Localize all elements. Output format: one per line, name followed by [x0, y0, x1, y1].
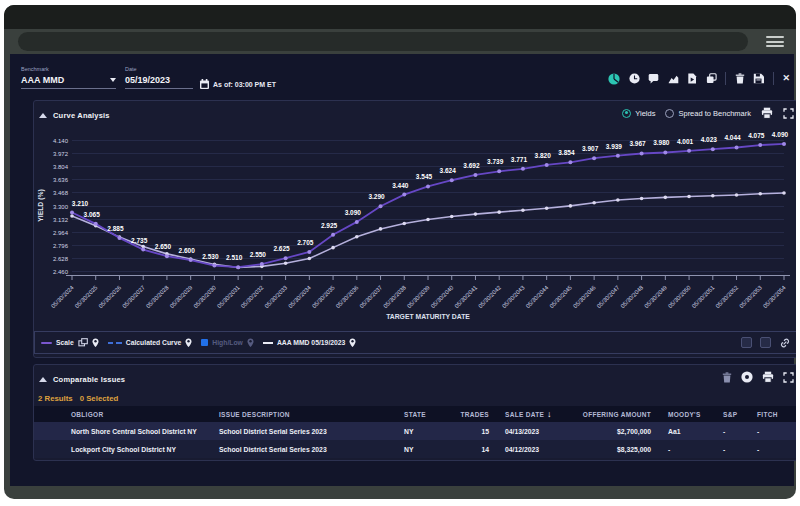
marker-cell [34, 428, 64, 435]
svg-text:05/30/2035: 05/30/2035 [311, 284, 336, 309]
map-pin-icon[interactable] [349, 338, 356, 348]
address-bar[interactable] [18, 32, 748, 51]
svg-text:05/30/2033: 05/30/2033 [264, 284, 289, 309]
pie-chart-icon[interactable] [608, 73, 620, 85]
trash-icon[interactable] [722, 372, 732, 383]
print-icon[interactable] [762, 371, 774, 383]
expand-icon[interactable] [783, 108, 794, 119]
svg-text:3.972: 3.972 [53, 151, 69, 157]
col-fitch[interactable]: FITCH [757, 411, 796, 418]
col-obligor[interactable]: OBLIGOR [64, 411, 219, 418]
export-file-icon[interactable] [687, 73, 697, 84]
spread-radio[interactable]: Spread to Benchmark [665, 109, 751, 118]
yields-radio[interactable]: Yields [622, 109, 655, 118]
comment-icon[interactable] [648, 73, 659, 84]
sort-desc-icon[interactable]: ↓ [547, 409, 552, 419]
app-content: Benchmark AAA MMD Date 05/19/2023 As of:… [10, 54, 794, 486]
svg-text:05/30/2041: 05/30/2041 [453, 284, 478, 309]
save-icon[interactable] [753, 73, 764, 84]
fitch-cell: - [757, 428, 796, 435]
benchmark-field[interactable]: Benchmark AAA MMD [21, 66, 116, 89]
issues-panel-title: Comparable Issues [53, 375, 125, 384]
x-axis-title: TARGET MATURITY DATE [386, 313, 470, 320]
col-moodys[interactable]: MOODY'S [651, 411, 723, 418]
divider [725, 72, 726, 85]
svg-text:05/30/2036: 05/30/2036 [335, 284, 360, 309]
data-label: 3.980 [653, 139, 670, 146]
col-offering-amount[interactable]: OFFERING AMOUNT [569, 411, 651, 418]
menu-icon[interactable] [766, 36, 784, 47]
svg-text:05/30/2039: 05/30/2039 [406, 284, 431, 309]
table-row[interactable]: North Shore Central School District NYSc… [34, 422, 796, 440]
obligor-cell: Lockport City School District NY [64, 446, 219, 453]
clock-icon[interactable] [629, 73, 640, 84]
date-field[interactable]: Date 05/19/2023 [125, 66, 193, 89]
close-icon[interactable]: ✕ [782, 73, 790, 84]
col-sp[interactable]: S&P [723, 411, 757, 418]
svg-text:3.804: 3.804 [53, 164, 69, 170]
data-label: 3.771 [511, 156, 528, 163]
legend-benchmark[interactable]: AAA MMD 05/19/2023 [263, 338, 357, 348]
data-label: 2.530 [202, 253, 219, 260]
windows-icon[interactable] [78, 338, 88, 347]
svg-text:05/30/2034: 05/30/2034 [287, 284, 312, 309]
map-pin-icon[interactable] [92, 338, 99, 348]
data-label: 2.625 [273, 245, 290, 252]
col-state[interactable]: STATE [404, 411, 452, 418]
data-label: 3.624 [440, 167, 457, 174]
svg-text:05/30/2031: 05/30/2031 [216, 284, 241, 309]
data-label: 2.925 [321, 222, 338, 229]
map-pin-icon[interactable] [247, 338, 254, 348]
chart-icon[interactable] [668, 73, 679, 84]
col-issue-description[interactable]: ISSUE DESCRIPTION [219, 411, 404, 418]
svg-text:05/30/2050: 05/30/2050 [667, 284, 692, 309]
moodys-cell: - [651, 446, 723, 453]
data-label: 3.692 [463, 162, 480, 169]
svg-text:05/30/2049: 05/30/2049 [643, 284, 668, 309]
marker-cell [34, 446, 64, 453]
print-icon[interactable] [761, 107, 773, 119]
amount-cell: $8,325,000 [569, 446, 651, 453]
legend-scale[interactable]: Scale [41, 338, 99, 348]
collapse-icon[interactable] [39, 377, 47, 382]
data-label: 2.550 [250, 251, 267, 258]
calculated-swatch [108, 342, 122, 344]
legend-calculated-curve[interactable]: Calculated Curve [108, 338, 193, 348]
record-circle-icon[interactable] [741, 371, 753, 383]
date-value: 05/19/2023 [125, 75, 170, 85]
svg-text:05/30/2045: 05/30/2045 [548, 284, 573, 309]
moodys-cell: Aa1 [651, 428, 723, 435]
svg-text:05/30/2048: 05/30/2048 [620, 284, 645, 309]
col-trades[interactable]: TRADES [452, 411, 489, 418]
issues-table: OBLIGOR ISSUE DESCRIPTION STATE TRADES S… [34, 406, 796, 458]
toolbar-icon-strip: ✕ [608, 72, 790, 85]
table-row[interactable]: Lockport City School District NYSchool D… [34, 440, 796, 458]
sale-date-cell: 04/12/2023 [489, 446, 569, 453]
x-axis: 05/30/202405/30/202505/30/202605/30/2027… [50, 276, 790, 310]
issue-cell: School District Serial Series 2023 [219, 446, 404, 453]
as-of-timestamp: As of: 03:00 PM ET [199, 78, 276, 90]
data-label: 3.820 [535, 152, 552, 159]
fitch-cell: - [757, 446, 796, 453]
link-icon[interactable] [779, 337, 791, 349]
data-label: 3.545 [416, 173, 433, 180]
svg-text:05/30/2030: 05/30/2030 [192, 284, 217, 309]
data-label: 3.290 [368, 193, 385, 200]
svg-text:05/30/2054: 05/30/2054 [762, 284, 787, 309]
copy-icon[interactable] [706, 73, 717, 84]
svg-text:3.468: 3.468 [53, 190, 69, 196]
yield-curve-chart: 4.1403.9723.8043.6363.4683.3003.1322.964… [34, 123, 796, 328]
svg-text:05/30/2053: 05/30/2053 [738, 284, 763, 309]
collapse-icon[interactable] [39, 113, 47, 118]
map-pin-icon[interactable] [185, 338, 192, 348]
browser-toolbar [4, 29, 796, 54]
col-sale-date[interactable]: SALE DATE↓ [489, 409, 569, 419]
chevron-down-icon [110, 78, 116, 82]
svg-text:05/30/2027: 05/30/2027 [121, 284, 146, 309]
legend-high-low[interactable]: High/Low [201, 338, 254, 348]
data-label: 4.044 [724, 134, 741, 141]
trash-icon[interactable] [735, 73, 745, 84]
svg-text:05/30/2043: 05/30/2043 [501, 284, 526, 309]
expand-icon[interactable] [783, 372, 794, 383]
svg-text:05/30/2025: 05/30/2025 [74, 284, 99, 309]
